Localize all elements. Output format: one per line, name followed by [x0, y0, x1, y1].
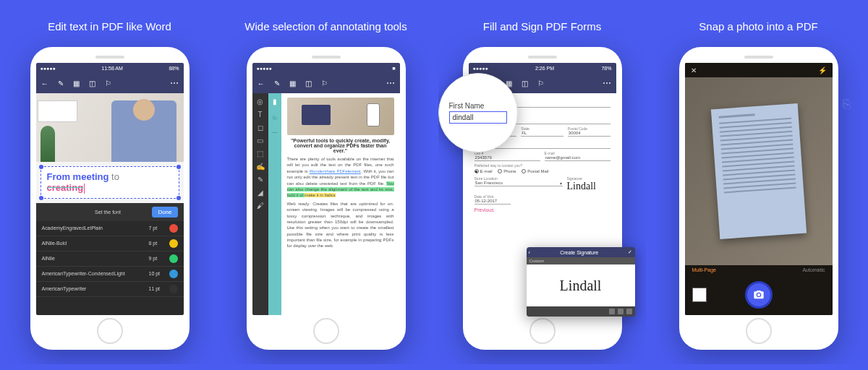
panel-title: Wide selection of annotating tools — [244, 20, 407, 33]
tool-sidebar-dark: ◎ T ◻ ▭ ⬚ ✍ ✎ ◢ 🖌 — [252, 93, 268, 315]
sign-tool-icon[interactable]: ✍ — [255, 161, 265, 171]
grid-icon[interactable]: ▦ — [289, 79, 297, 87]
pen-icon[interactable] — [618, 309, 624, 314]
tool-sidebar-teal: ▮ ⎁ ⎵ — [268, 93, 281, 315]
text-tool-icon[interactable]: T — [255, 109, 265, 119]
edit-text-2: creating — [47, 182, 84, 193]
email-field[interactable]: name@gmail.com — [545, 155, 610, 161]
shape-tool-icon[interactable]: ◻ — [255, 122, 265, 132]
cell-field[interactable]: 2343579 — [475, 155, 540, 161]
eraser-icon[interactable]: ◢ — [255, 187, 265, 197]
state-field[interactable]: FL — [521, 131, 563, 137]
more-icon[interactable]: ⋯ — [170, 78, 179, 88]
panel-annotate: ✎ Wide selection of annotating tools ●●●… — [222, 6, 430, 364]
scanned-document — [710, 103, 806, 239]
zoom-input[interactable]: dindall — [449, 111, 507, 124]
radio-email[interactable]: E-mail — [475, 169, 493, 173]
color-swatch[interactable] — [169, 285, 178, 293]
bookmark-icon[interactable]: ⚐ — [320, 79, 329, 87]
text-edit-selection[interactable]: From meeting to creating — [41, 166, 179, 199]
signature-toolbar — [527, 306, 635, 317]
zoom-label: First Name — [449, 102, 507, 110]
done-button[interactable]: Done — [152, 207, 177, 218]
status-bar: ●●●●● 2:26 PM 78% — [469, 63, 616, 73]
bookmark-icon[interactable]: ⚐ — [104, 79, 113, 87]
previous-link[interactable]: Previous — [475, 207, 610, 212]
target-icon[interactable]: ◎ — [255, 96, 265, 106]
date-field[interactable]: 05-12-2017 — [475, 199, 511, 205]
font-row[interactable]: AmericanTypewriter-CondensedLight10 pt — [36, 267, 184, 282]
more-icon[interactable]: ⋯ — [386, 78, 396, 88]
highlight-yellow: make it in Italics — [305, 193, 336, 197]
stamp-tool-icon[interactable]: ⬚ — [255, 148, 265, 158]
app-toolbar: ← ✎ ▦ ◫ ⚐ ⋯ — [36, 73, 184, 93]
view-icon[interactable]: ◫ — [88, 79, 97, 87]
note-tool-icon[interactable]: ▭ — [255, 135, 265, 145]
doc-hero-image — [287, 98, 394, 135]
thumbnail[interactable] — [692, 288, 707, 302]
signature-field[interactable]: Lindall — [567, 181, 610, 192]
camera-screen: ✕ ⚡ Multi-Page Automa — [685, 63, 833, 315]
panel-edit-text: Edit text in PDF like Word ●●●●● 11:58 A… — [6, 6, 213, 364]
font-row[interactable]: AlNile-Bold8 pt — [36, 236, 184, 251]
camera-bottom-bar — [685, 275, 833, 315]
more-icon[interactable]: ⋯ — [603, 78, 612, 88]
home-button[interactable] — [529, 318, 556, 344]
color-swatch[interactable] — [169, 254, 178, 263]
phone-mockup: ●●●●● 11:58 AM 88% ← ✎ ▦ ◫ ⚐ ⋯ — [30, 47, 190, 350]
strike-tool-icon[interactable]: ⎵ — [270, 125, 280, 135]
popup-confirm-icon[interactable]: ✓ — [628, 249, 632, 255]
color-swatch[interactable] — [169, 239, 178, 248]
panel-camera: ⎘ Snap a photo into a PDF ✕ ⚡ — [655, 6, 862, 364]
camera-viewfinder[interactable] — [685, 77, 833, 265]
radio-phone[interactable]: Phone — [498, 169, 516, 173]
bookmark-icon[interactable]: ⚐ — [537, 79, 545, 87]
popup-custom: Custom — [529, 259, 545, 263]
edit-icon[interactable]: ✎ — [56, 79, 65, 87]
document-body[interactable]: "Powerful tools to quickly create, modif… — [281, 93, 400, 315]
doc-title: "Powerful tools to quickly create, modif… — [287, 138, 394, 153]
link[interactable]: Wondershare PDFelement — [310, 169, 361, 173]
color-swatch[interactable] — [169, 224, 178, 233]
flash-icon[interactable]: ⚡ — [818, 66, 827, 74]
back-icon[interactable]: ← — [41, 79, 49, 87]
view-icon[interactable]: ◫ — [521, 79, 529, 87]
back-icon[interactable]: ← — [257, 79, 265, 87]
font-row[interactable]: AcademyEngravedLetPlain7 pt — [36, 221, 184, 236]
close-icon[interactable]: ✕ — [691, 66, 697, 74]
font-row[interactable]: AlNile9 pt — [36, 251, 184, 267]
chevron-down-icon: ▾ — [560, 181, 562, 186]
highlight-tool-icon[interactable]: ▮ — [270, 96, 280, 106]
grid-icon[interactable]: ▦ — [72, 79, 81, 87]
edit-text-1a: From meeting — [47, 171, 109, 182]
status-bar: ●●●●● 11:58 AM 88% — [36, 63, 184, 73]
mode-automatic[interactable]: Automatic — [802, 267, 825, 272]
phone-mockup: ●●●●● 2:26 PM 78% ← ✎ ▦ ◫ ⚐ ⋯ Last Name … — [463, 47, 622, 350]
zoom-magnifier: First Name dindall — [438, 73, 518, 152]
popup-back-icon[interactable]: ‹ — [529, 250, 530, 255]
underline-tool-icon[interactable]: ⎁ — [270, 111, 280, 121]
pen-tool-icon[interactable]: ✎ — [255, 174, 265, 184]
keyboard-icon[interactable] — [626, 309, 632, 314]
store-select[interactable]: San Francisco▾ — [475, 181, 563, 186]
camera-icon — [753, 289, 765, 301]
shutter-button[interactable] — [745, 281, 773, 309]
mode-multi-page[interactable]: Multi-Page — [692, 267, 716, 272]
status-bar: ●●●●●■ — [252, 63, 400, 73]
font-row[interactable]: AmericanTypewriter11 pt — [36, 282, 184, 297]
home-button[interactable] — [746, 318, 772, 344]
panel-title: Fill and Sign PDF Forms — [483, 20, 601, 33]
color-icon[interactable] — [609, 309, 615, 314]
home-button[interactable] — [313, 318, 339, 344]
brush-icon[interactable]: 🖌 — [255, 200, 265, 210]
signature-canvas[interactable]: Lindall — [527, 264, 635, 306]
home-button[interactable] — [97, 318, 123, 344]
edit-icon[interactable]: ✎ — [273, 79, 281, 87]
color-swatch[interactable] — [169, 270, 178, 278]
popup-title: Create Signature — [560, 250, 598, 255]
view-icon[interactable]: ◫ — [305, 79, 313, 87]
signature-popup: ‹ Create Signature ✓ Custom Lindall — [527, 247, 635, 317]
postal-field[interactable]: 30004 — [568, 131, 610, 137]
radio-mail[interactable]: Postal Mail — [522, 169, 548, 173]
phone-mockup: ✕ ⚡ Multi-Page Automa — [679, 47, 838, 350]
